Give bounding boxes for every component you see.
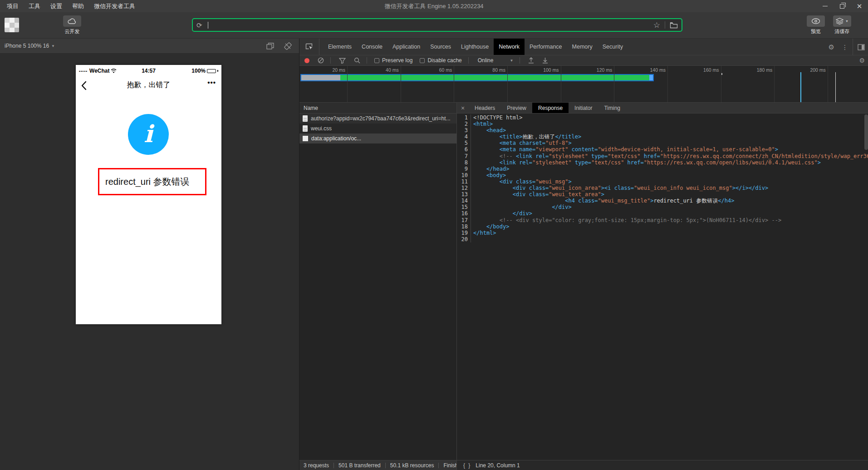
line-number: 9 bbox=[457, 166, 471, 172]
simulator-actions bbox=[266, 39, 292, 54]
layers-icon bbox=[836, 18, 843, 25]
title-bar: 项目工具设置帮助微信开发者工具 微信开发者工具 Engine 1.05.2202… bbox=[0, 0, 868, 12]
timeline-tick-label: 140 ms bbox=[629, 67, 666, 73]
record-button[interactable] bbox=[304, 58, 309, 63]
more-menu-icon[interactable]: ••• bbox=[207, 79, 216, 86]
search-button[interactable] bbox=[354, 57, 360, 64]
preview-button[interactable]: 预览 bbox=[807, 15, 825, 35]
throttling-dropdown[interactable]: Online ▼ bbox=[478, 57, 514, 64]
maximize-button[interactable] bbox=[834, 0, 851, 12]
devtools-tab-sources[interactable]: Sources bbox=[425, 39, 456, 55]
filter-button[interactable] bbox=[339, 58, 346, 64]
devtools-panel: ElementsConsoleApplicationSourcesLightho… bbox=[299, 39, 868, 470]
multi-window-icon[interactable] bbox=[266, 43, 274, 49]
request-timeline-bar[interactable] bbox=[300, 74, 654, 81]
network-toolbar: Preserve log Disable cache Online ▼ bbox=[299, 55, 868, 66]
timeline-gridline bbox=[347, 66, 348, 102]
detail-tab-headers[interactable]: Headers bbox=[469, 103, 501, 113]
request-row[interactable]: authorize?appid=wx2c7947baa747c6e3&redir… bbox=[299, 114, 456, 124]
request-rows: authorize?appid=wx2c7947baa747c6e3&redir… bbox=[299, 114, 456, 143]
menu-item[interactable]: 微信开发者工具 bbox=[90, 1, 139, 11]
preserve-log-checkbox[interactable] bbox=[374, 58, 379, 63]
line-content: <head> bbox=[471, 127, 868, 134]
refresh-icon[interactable]: ⟳ bbox=[196, 22, 202, 29]
dock-side-icon[interactable] bbox=[858, 44, 865, 50]
line-content: <body> bbox=[471, 172, 868, 178]
detail-tab-timing[interactable]: Timing bbox=[598, 103, 626, 113]
devtools-tab-performance[interactable]: Performance bbox=[525, 39, 567, 55]
code-line: 5 <meta charset="utf-8"> bbox=[457, 140, 868, 146]
devtools-tab-security[interactable]: Security bbox=[598, 39, 628, 55]
detail-tab-preview[interactable]: Preview bbox=[501, 103, 532, 113]
devtools-tab-network[interactable]: Network bbox=[494, 39, 525, 55]
code-line: 17 <!-- <div style="color: gray;font-siz… bbox=[457, 217, 868, 223]
devtools-tab-application[interactable]: Application bbox=[387, 39, 425, 55]
request-list-header[interactable]: Name bbox=[299, 103, 456, 114]
timeline-end-cap bbox=[649, 75, 653, 80]
upload-icon bbox=[528, 57, 534, 64]
devtools-tab-memory[interactable]: Memory bbox=[567, 39, 598, 55]
resources-size: 50.1 kB resources bbox=[390, 462, 434, 469]
folder-icon[interactable] bbox=[670, 22, 678, 29]
line-number: 3 bbox=[457, 127, 471, 134]
code-line: 14 <h4 class="weui_msg_title">redirect_u… bbox=[457, 198, 868, 204]
format-braces-icon[interactable]: { } bbox=[463, 462, 471, 469]
wechat-devtools-window: 项目工具设置帮助微信开发者工具 微信开发者工具 Engine 1.05.2202… bbox=[0, 0, 868, 470]
text-caret bbox=[208, 22, 208, 29]
close-detail-icon[interactable]: × bbox=[457, 103, 469, 113]
devtools-tab-bar-actions: ⚙ ⋮ bbox=[825, 39, 868, 55]
star-icon[interactable]: ☆ bbox=[653, 20, 660, 30]
disable-cache-checkbox[interactable] bbox=[420, 58, 425, 63]
menu-item[interactable]: 工具 bbox=[25, 1, 44, 11]
requests-count: 3 requests bbox=[304, 462, 329, 469]
code-line: 13 <div class="weui_text_area"> bbox=[457, 191, 868, 198]
line-content: <meta name="viewport" content="width=dev… bbox=[471, 146, 868, 153]
info-icon-glyph: i bbox=[144, 120, 153, 148]
scrollbar-thumb[interactable] bbox=[864, 114, 868, 150]
device-selector[interactable]: iPhone 5 100% 16 ▼ bbox=[0, 43, 55, 49]
line-content: </head> bbox=[471, 166, 868, 172]
cloud-dev-button[interactable]: 云开发 bbox=[63, 15, 81, 35]
code-line: 12 <div class="weui_icon_area"><i class=… bbox=[457, 185, 868, 191]
minimize-button[interactable] bbox=[816, 0, 834, 12]
devtools-tab-lighthouse[interactable]: Lighthouse bbox=[456, 39, 494, 55]
line-content: <!-- <link rel="stylesheet" type="text/c… bbox=[471, 153, 868, 159]
clear-requests-button[interactable] bbox=[318, 57, 324, 64]
clear-cache-button[interactable]: ▼ 清缓存 bbox=[833, 15, 851, 35]
battery-percent-label: 100% bbox=[191, 68, 206, 74]
rotate-device-icon[interactable] bbox=[284, 42, 292, 50]
menu-item[interactable]: 帮助 bbox=[68, 1, 88, 11]
close-button[interactable]: ✕ bbox=[851, 0, 868, 12]
devtools-tab-console[interactable]: Console bbox=[357, 39, 387, 55]
detail-tab-initiator[interactable]: Initiator bbox=[569, 103, 598, 113]
timeline-gridline bbox=[667, 66, 668, 102]
export-har-button[interactable] bbox=[542, 57, 548, 64]
settings-gear-icon[interactable]: ⚙ bbox=[825, 43, 838, 51]
phone-nav-bar: 抱歉，出错了 ••• bbox=[76, 77, 221, 95]
detail-tab-bar: × HeadersPreviewResponseInitiatorTiming bbox=[457, 103, 868, 114]
request-name: authorize?appid=wx2c7947baa747c6e3&redir… bbox=[311, 115, 451, 122]
code-line: 16 </div> bbox=[457, 210, 868, 217]
network-settings-gear-icon[interactable]: ⚙ bbox=[859, 57, 865, 64]
timeline-gridline bbox=[401, 66, 401, 102]
devtools-tab-elements[interactable]: Elements bbox=[323, 39, 357, 55]
timeline-tick-label: 160 ms bbox=[683, 67, 719, 73]
request-row[interactable]: data:application/oc... bbox=[299, 134, 456, 143]
address-bar[interactable]: ⟳ ☆ bbox=[192, 18, 682, 32]
import-har-button[interactable] bbox=[528, 57, 534, 64]
search-icon bbox=[354, 57, 360, 64]
editor-status: { } Line 20, Column 1 bbox=[457, 460, 868, 470]
line-number: 14 bbox=[457, 198, 471, 204]
inspect-element-button[interactable] bbox=[299, 39, 319, 55]
cloud-dev-label: 云开发 bbox=[65, 28, 80, 35]
transferred-size: 501 B transferred bbox=[338, 462, 381, 469]
line-content bbox=[471, 236, 868, 242]
avatar[interactable] bbox=[5, 18, 19, 32]
url-input[interactable] bbox=[210, 22, 653, 29]
detail-tab-response[interactable]: Response bbox=[532, 103, 569, 113]
request-list: Name authorize?appid=wx2c7947baa747c6e3&… bbox=[299, 103, 457, 460]
request-row[interactable]: weui.css bbox=[299, 124, 456, 134]
kebab-menu-icon[interactable]: ⋮ bbox=[838, 44, 852, 51]
menu-item[interactable]: 项目 bbox=[3, 1, 23, 11]
menu-item[interactable]: 设置 bbox=[46, 1, 66, 11]
